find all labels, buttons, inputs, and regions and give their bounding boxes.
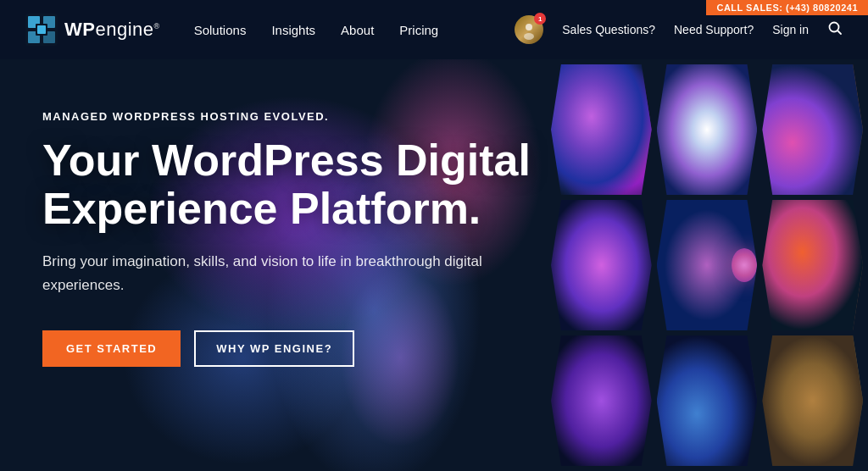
hex-cell-8 (657, 335, 758, 466)
hex-cell-6 (762, 200, 863, 330)
svg-point-7 (526, 24, 532, 30)
avatar-wrap[interactable]: 1 (515, 15, 543, 44)
hero-eyebrow: MANAGED WORDPRESS HOSTING EVOLVED. (42, 110, 568, 123)
need-support-link[interactable]: Need Support? (674, 23, 754, 36)
sales-questions-link[interactable]: Sales Questions? (562, 23, 655, 36)
nav-right: 1 Sales Questions? Need Support? Sign in (515, 15, 843, 44)
svg-rect-6 (37, 25, 46, 34)
hex-cell-3 (762, 64, 863, 195)
hero-buttons: GET STARTED WHY WP ENGINE? (42, 330, 568, 367)
hex-cell-2 (657, 64, 758, 195)
nav-link-pricing[interactable]: Pricing (399, 23, 438, 37)
logo-text: WPengine® (64, 19, 160, 41)
hero-content: MANAGED WORDPRESS HOSTING EVOLVED. Your … (42, 110, 568, 367)
hex-cell-9 (762, 335, 863, 466)
nav-link-about[interactable]: About (341, 23, 374, 37)
hero-title: Your WordPress Digital Experience Platfo… (42, 136, 568, 233)
nav-link-solutions[interactable]: Solutions (194, 23, 247, 37)
svg-point-8 (524, 33, 534, 40)
why-wp-engine-button[interactable]: WHY WP ENGINE? (194, 330, 354, 367)
nav-links: Solutions Insights About Pricing (194, 23, 515, 37)
wpengine-logo-icon (25, 14, 58, 46)
nav-link-insights[interactable]: Insights (271, 23, 315, 37)
sign-in-link[interactable]: Sign in (772, 23, 809, 36)
search-icon[interactable] (827, 20, 843, 40)
top-banner: CALL SALES: (+43) 80820241 (706, 0, 868, 15)
hero-subtitle: Bring your imagination, skills, and visi… (42, 250, 517, 296)
hero-hex-grid (546, 59, 868, 471)
hero-section: MANAGED WORDPRESS HOSTING EVOLVED. Your … (0, 59, 868, 471)
hex-cell-5 (657, 200, 758, 330)
logo[interactable]: WPengine® (25, 14, 160, 46)
notification-badge: 1 (534, 13, 546, 25)
get-started-button[interactable]: GET STARTED (42, 330, 181, 367)
svg-line-10 (837, 30, 841, 34)
